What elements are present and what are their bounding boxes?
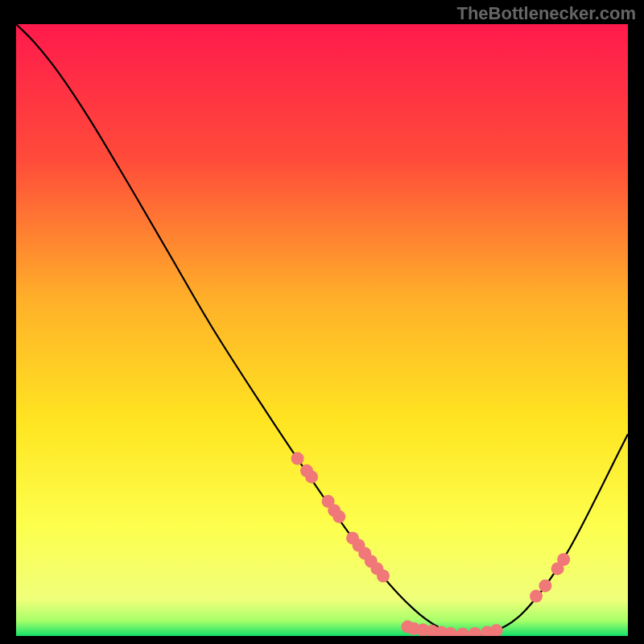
watermark-text: TheBottlenecker.com (456, 3, 636, 24)
data-point (291, 452, 304, 465)
data-point (530, 590, 543, 603)
gradient-background (16, 24, 628, 636)
data-point (377, 570, 390, 583)
chart-svg (16, 24, 628, 636)
chart-container: TheBottlenecker.com (0, 0, 644, 644)
data-point (332, 510, 345, 523)
data-point (557, 553, 570, 566)
data-point (305, 470, 318, 483)
plot-area (16, 24, 628, 636)
data-point (539, 580, 551, 592)
